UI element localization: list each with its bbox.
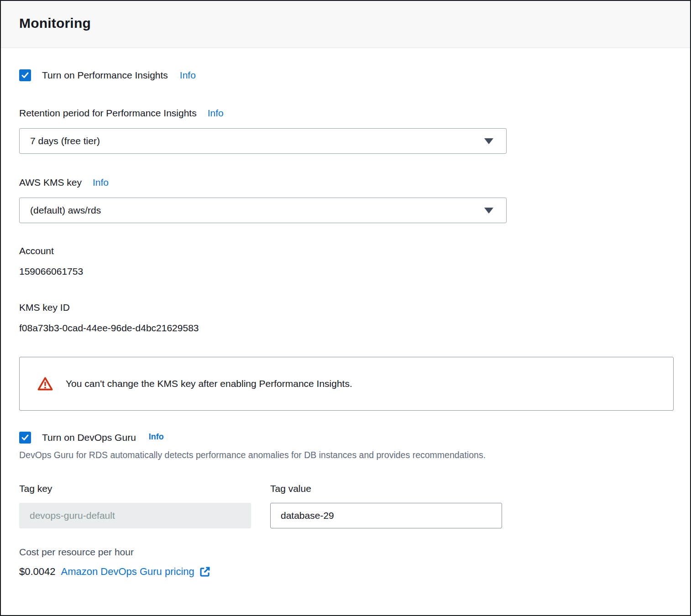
tag-value-label: Tag value: [270, 483, 502, 494]
devops-guru-checkbox[interactable]: [19, 432, 31, 444]
warning-triangle-icon: [37, 376, 53, 392]
retention-select[interactable]: 7 days (free tier): [19, 128, 507, 154]
retention-info-link[interactable]: Info: [208, 108, 224, 119]
kms-selected-value: (default) aws/rds: [30, 205, 484, 216]
devops-guru-pricing-link[interactable]: Amazon DevOps Guru pricing: [61, 566, 211, 578]
chevron-down-icon: [484, 208, 493, 214]
performance-insights-row: Turn on Performance Insights Info: [19, 69, 672, 81]
checkmark-icon: [21, 433, 29, 442]
performance-insights-label: Turn on Performance Insights: [42, 70, 168, 81]
panel-content: Turn on Performance Insights Info Retent…: [1, 69, 690, 578]
devops-guru-info-link[interactable]: Info: [149, 432, 164, 442]
kms-label-row: AWS KMS key Info: [19, 177, 672, 188]
tag-value-column: Tag value: [270, 483, 502, 528]
chevron-down-icon: [484, 138, 493, 144]
kms-warning-banner: You can't change the KMS key after enabl…: [19, 357, 674, 411]
tag-value-input[interactable]: [270, 503, 502, 528]
kms-key-id-label: KMS key ID: [19, 302, 672, 313]
cost-per-resource-label: Cost per resource per hour: [19, 547, 672, 558]
cost-line: $0.0042 Amazon DevOps Guru pricing: [19, 566, 672, 578]
devops-guru-row: Turn on DevOps Guru Info: [19, 432, 672, 444]
tag-key-input: [19, 503, 251, 528]
pricing-link-label: Amazon DevOps Guru pricing: [61, 566, 194, 578]
retention-selected-value: 7 days (free tier): [30, 136, 484, 146]
kms-key-id-value: f08a73b3-0cad-44ee-96de-d4bc21629583: [19, 323, 672, 334]
checkmark-icon: [21, 71, 29, 79]
external-link-icon: [199, 566, 211, 578]
kms-key-label: AWS KMS key: [19, 177, 82, 188]
tag-key-label: Tag key: [19, 483, 251, 494]
retention-label: Retention period for Performance Insight…: [19, 108, 197, 119]
devops-guru-label: Turn on DevOps Guru: [42, 432, 136, 443]
panel-header: Monitoring: [1, 1, 690, 48]
performance-insights-info-link[interactable]: Info: [180, 70, 196, 81]
tag-fields-row: Tag key Tag value: [19, 483, 672, 528]
monitoring-panel: Monitoring Turn on Performance Insights …: [0, 0, 691, 616]
account-label: Account: [19, 245, 672, 256]
performance-insights-checkbox[interactable]: [19, 69, 31, 81]
kms-warning-message: You can't change the KMS key after enabl…: [66, 378, 352, 389]
retention-label-row: Retention period for Performance Insight…: [19, 108, 672, 119]
cost-amount: $0.0042: [19, 566, 56, 578]
tag-key-column: Tag key: [19, 483, 251, 528]
page-title: Monitoring: [19, 16, 672, 31]
kms-key-select[interactable]: (default) aws/rds: [19, 198, 507, 223]
kms-info-link[interactable]: Info: [93, 177, 109, 188]
devops-guru-description: DevOps Guru for RDS automatically detect…: [19, 450, 672, 460]
account-value: 159066061753: [19, 266, 672, 277]
